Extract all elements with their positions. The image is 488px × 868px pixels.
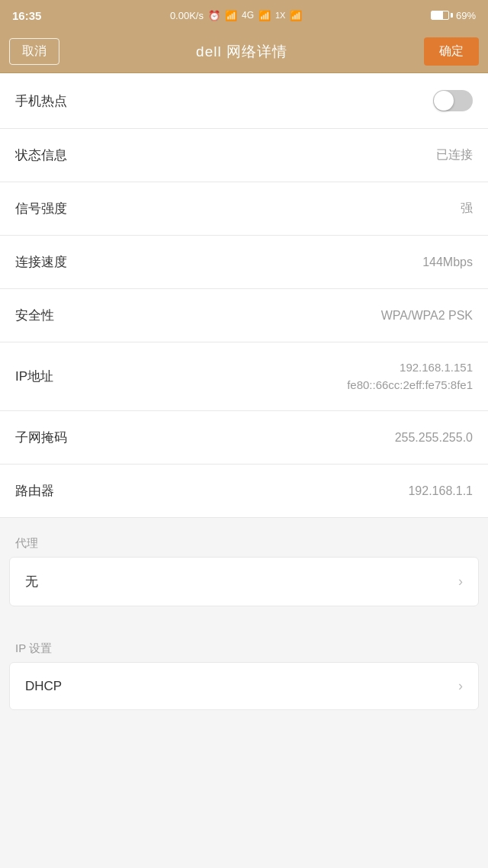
battery-percentage: 69% — [456, 10, 476, 21]
proxy-chevron-icon: › — [458, 574, 463, 590]
proxy-select-row[interactable]: 无 › — [9, 557, 479, 606]
status-row: 状态信息 已连接 — [0, 129, 488, 182]
cancel-button[interactable]: 取消 — [9, 38, 59, 65]
proxy-value: 无 — [25, 573, 38, 590]
ip-settings-chevron-icon: › — [458, 678, 463, 694]
subnet-value: 255.255.255.0 — [395, 431, 473, 445]
confirm-button[interactable]: 确定 — [424, 37, 479, 66]
hotspot-label: 手机热点 — [15, 92, 67, 110]
speed-value: 144Mbps — [422, 256, 473, 269]
security-value: WPA/WPA2 PSK — [381, 309, 473, 323]
ipv4-value: 192.168.1.151 — [347, 359, 473, 377]
subnet-label: 子网掩码 — [15, 429, 67, 446]
signal-icon2: 📶 — [290, 10, 302, 21]
signal-label: 信号强度 — [15, 200, 67, 217]
signal-bars-icon: 📶 — [258, 10, 271, 21]
signal-row: 信号强度 强 — [0, 182, 488, 236]
status-right: 69% — [431, 10, 476, 21]
network-speed: 0.00K/s — [170, 10, 204, 21]
status-center: 0.00K/s ⏰ 📶 4G 📶 1X 📶 — [170, 10, 303, 21]
ip-settings-select-row[interactable]: DHCP › — [9, 662, 479, 710]
status-time: 16:35 — [12, 9, 41, 22]
toggle-knob — [434, 91, 454, 111]
ipv6-value: fe80::66cc:2eff:fe75:8fe1 — [347, 377, 473, 394]
ip-values: 192.168.1.151 fe80::66cc:2eff:fe75:8fe1 — [347, 359, 473, 394]
wifi-icon: 📶 — [225, 10, 237, 21]
router-label: 路由器 — [15, 482, 54, 500]
ip-settings-section-label: IP 设置 — [0, 631, 488, 662]
signal-value: 强 — [461, 201, 473, 217]
alarm-icon: ⏰ — [208, 10, 220, 21]
ip-label: IP地址 — [15, 368, 53, 385]
status-value: 已连接 — [436, 147, 473, 163]
ip-settings-value: DHCP — [25, 679, 62, 694]
hotspot-toggle[interactable] — [433, 90, 473, 111]
ip-settings-section: IP 设置 DHCP › — [0, 623, 488, 710]
hotspot-row: 手机热点 — [0, 73, 488, 129]
section-spacer — [0, 611, 488, 623]
ip-row: IP地址 192.168.1.151 fe80::66cc:2eff:fe75:… — [0, 342, 488, 411]
security-row: 安全性 WPA/WPA2 PSK — [0, 289, 488, 342]
network-type: 4G — [242, 10, 254, 21]
battery-indicator — [431, 11, 453, 20]
proxy-section-label: 代理 — [0, 526, 488, 557]
subnet-row: 子网掩码 255.255.255.0 — [0, 411, 488, 465]
security-label: 安全性 — [15, 307, 54, 324]
status-bar: 16:35 0.00K/s ⏰ 📶 4G 📶 1X 📶 69% — [0, 0, 488, 31]
page-title: dell 网络详情 — [196, 42, 287, 62]
speed-label: 连接速度 — [15, 253, 67, 271]
proxy-section: 代理 无 › — [0, 518, 488, 606]
network-1x: 1X — [275, 11, 285, 20]
router-row: 路由器 192.168.1.1 — [0, 465, 488, 518]
router-value: 192.168.1.1 — [408, 484, 473, 498]
content-area: 手机热点 状态信息 已连接 信号强度 强 连接速度 144Mbps 安全性 WP… — [0, 73, 488, 518]
speed-row: 连接速度 144Mbps — [0, 236, 488, 289]
nav-bar: 取消 dell 网络详情 确定 — [0, 31, 488, 73]
status-label: 状态信息 — [15, 146, 67, 164]
